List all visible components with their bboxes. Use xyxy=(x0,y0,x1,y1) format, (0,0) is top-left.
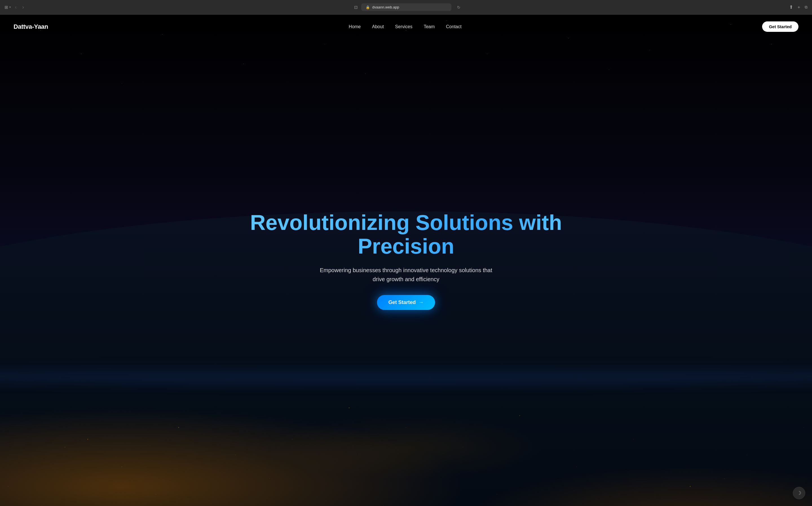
screen-icon: ⊡ xyxy=(354,5,358,10)
sidebar-toggle[interactable]: ⊞ ▾ xyxy=(4,5,11,10)
address-bar[interactable]: 🔒 dvaann.web.app xyxy=(361,3,451,11)
nav-link-contact[interactable]: Contact xyxy=(446,24,461,29)
hero-cta-label: Get Started xyxy=(388,300,416,306)
lock-icon: 🔒 xyxy=(366,5,370,9)
new-tab-icon[interactable]: + xyxy=(798,5,800,10)
hero-cta-arrow: → xyxy=(419,300,424,306)
refresh-button[interactable]: ↻ xyxy=(457,5,460,10)
dark-mode-toggle[interactable]: ☽ xyxy=(793,487,805,499)
nav-link-about[interactable]: About xyxy=(372,24,384,29)
share-icon[interactable]: ⬆ xyxy=(789,4,793,10)
browser-chrome: ⊞ ▾ ‹ › ⊡ 🔒 dvaann.web.app ↻ ⬆ + ⧉ xyxy=(0,0,812,15)
browser-controls-right: ⬆ + ⧉ xyxy=(789,4,808,10)
hero-cta-button[interactable]: Get Started → xyxy=(377,295,435,310)
forward-button[interactable]: › xyxy=(20,3,26,11)
main-nav: Dattva-Yaan Home About Services Team Con… xyxy=(0,15,812,38)
nav-links: Home About Services Team Contact xyxy=(349,24,461,29)
address-bar-container: ⊡ 🔒 dvaann.web.app ↻ xyxy=(29,3,786,11)
moon-icon: ☽ xyxy=(797,490,801,496)
logo: Dattva-Yaan xyxy=(13,23,48,30)
get-started-nav-button[interactable]: Get Started xyxy=(762,21,799,32)
url-text: dvaann.web.app xyxy=(372,5,399,9)
back-button[interactable]: ‹ xyxy=(13,3,18,11)
hero-title: Revolutionizing Solutions with Precision xyxy=(237,211,575,258)
nav-link-team[interactable]: Team xyxy=(424,24,435,29)
nav-link-home[interactable]: Home xyxy=(349,24,361,29)
website-content: Dattva-Yaan Home About Services Team Con… xyxy=(0,15,812,506)
nav-link-services[interactable]: Services xyxy=(395,24,412,29)
hero-section: Revolutionizing Solutions with Precision… xyxy=(0,15,812,506)
browser-controls-left: ⊞ ▾ ‹ › xyxy=(4,3,26,11)
hero-subtitle: Empowering businesses through innovative… xyxy=(316,266,496,284)
tabs-icon[interactable]: ⧉ xyxy=(805,5,808,10)
